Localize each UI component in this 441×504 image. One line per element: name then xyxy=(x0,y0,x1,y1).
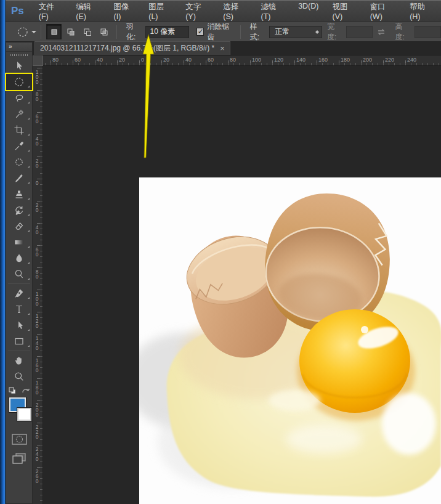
ruler-label: 8 0 xyxy=(34,269,40,279)
width-label: 宽度: xyxy=(327,22,343,43)
pen-tool-icon xyxy=(14,288,25,299)
panel-grip-handle[interactable] xyxy=(10,54,28,56)
selection-mode-group xyxy=(46,24,112,39)
style-value: 正常 xyxy=(275,26,315,37)
ruler-label: 20 xyxy=(119,57,125,63)
ruler-label: 2 4 0 xyxy=(34,447,40,461)
gradient-tool-icon xyxy=(14,237,25,248)
hand-tool[interactable] xyxy=(6,352,32,368)
eraser-tool-icon xyxy=(14,221,25,232)
quick-mask-button[interactable] xyxy=(12,434,27,445)
path-selection-tool-icon xyxy=(14,320,25,331)
vertical-ruler[interactable]: 1 0 08 06 04 02 002 04 06 08 01 0 01 2 0… xyxy=(33,66,43,504)
subtract-from-selection-button[interactable] xyxy=(79,24,95,39)
menu-select[interactable]: 选择(S) xyxy=(216,2,254,21)
crop-tool-icon xyxy=(14,124,25,136)
swap-colors-icon[interactable] xyxy=(21,386,31,395)
menu-image[interactable]: 图像(I) xyxy=(107,2,142,21)
screen-mode-button[interactable] xyxy=(12,452,26,465)
ruler-label: 1 4 0 xyxy=(34,336,40,351)
ruler-label: 1 0 0 xyxy=(34,70,40,84)
tool-preset-picker[interactable] xyxy=(17,26,36,38)
subtract-from-selection-icon xyxy=(83,27,92,37)
ruler-tick xyxy=(139,60,140,65)
ruler-tick xyxy=(37,445,42,445)
feather-input[interactable]: 10 像素 xyxy=(145,26,188,38)
ruler-tick xyxy=(37,134,42,135)
ruler-label: 4 0 xyxy=(34,136,40,146)
menu-type[interactable]: 文字(Y) xyxy=(179,2,216,21)
document-canvas[interactable] xyxy=(139,177,441,504)
document-tab-bar: 20140312111217174.jpg @ 66.7%(图层 1, RGB/… xyxy=(33,42,441,55)
background-color-swatch[interactable] xyxy=(17,408,31,421)
color-swatches xyxy=(6,396,32,429)
height-label: 高度: xyxy=(395,22,411,43)
elliptical-marquee-tool-icon xyxy=(14,76,25,87)
height-input[interactable] xyxy=(415,26,441,38)
lasso-tool[interactable] xyxy=(6,90,32,106)
ruler-label: 200 xyxy=(363,57,372,63)
ruler-tick xyxy=(37,90,42,91)
ruler-tick xyxy=(294,60,295,65)
menu-view[interactable]: 视图(V) xyxy=(325,2,363,21)
history-brush-tool-icon xyxy=(14,205,25,216)
swap-dimensions-button[interactable] xyxy=(376,28,386,36)
ruler-label: 2 0 xyxy=(34,203,40,213)
ruler-tick xyxy=(95,60,95,65)
horizontal-ruler[interactable]: 8060402002040608010012014016018020022024… xyxy=(33,55,441,66)
dodge-tool[interactable] xyxy=(6,266,32,282)
default-colors-icon[interactable] xyxy=(8,386,17,395)
ruler-label: 40 xyxy=(97,57,103,63)
blur-tool[interactable] xyxy=(6,250,32,266)
ruler-tick xyxy=(37,334,42,335)
ruler-label: 140 xyxy=(296,57,305,63)
clone-stamp-tool[interactable] xyxy=(6,186,32,202)
divider xyxy=(116,25,117,39)
rectangle-tool[interactable] xyxy=(6,333,32,349)
menu-file[interactable]: 文件(F) xyxy=(32,2,70,21)
menu-filter[interactable]: 滤镜(T) xyxy=(254,2,292,21)
add-to-selection-button[interactable] xyxy=(63,24,78,39)
magic-wand-tool[interactable] xyxy=(6,106,32,122)
ruler-tick xyxy=(37,223,42,224)
ruler-tick xyxy=(37,245,42,246)
close-tab-icon[interactable]: × xyxy=(220,46,225,52)
eyedropper-tool[interactable] xyxy=(6,138,32,154)
menu-window[interactable]: 窗口(W) xyxy=(363,2,403,21)
ruler-tick xyxy=(383,60,384,65)
ruler-origin-corner[interactable] xyxy=(33,55,43,66)
chevron-down-icon xyxy=(31,31,36,36)
menu-3d[interactable]: 3D(D) xyxy=(291,2,325,21)
eraser-tool[interactable] xyxy=(6,218,32,234)
ruler-label: 1 6 0 xyxy=(34,358,40,373)
ruler-tick xyxy=(161,60,162,65)
move-tool[interactable] xyxy=(6,58,32,74)
collapse-panel-button[interactable]: » xyxy=(6,43,32,52)
document-tab[interactable]: 20140312111217174.jpg @ 66.7%(图层 1, RGB/… xyxy=(34,41,230,55)
options-bar: 羽化: 10 像素 消除锯齿 样式: 正常 宽度: 高度: xyxy=(6,22,441,42)
healing-brush-tool[interactable] xyxy=(6,154,32,170)
crop-tool[interactable] xyxy=(6,122,32,138)
type-tool[interactable] xyxy=(6,301,32,317)
menu-edit[interactable]: 编辑(E) xyxy=(69,2,107,21)
menu-layer[interactable]: 图层(L) xyxy=(142,2,179,21)
history-brush-tool[interactable] xyxy=(6,202,32,218)
ruler-label: 80 xyxy=(52,57,59,63)
zoom-tool[interactable] xyxy=(6,368,32,384)
style-dropdown[interactable]: 正常 xyxy=(269,26,322,38)
ruler-label: 4 0 xyxy=(34,225,40,235)
width-input[interactable] xyxy=(346,26,373,38)
ruler-tick xyxy=(37,201,42,201)
menu-help[interactable]: 帮助(H) xyxy=(403,2,441,21)
elliptical-marquee-tool[interactable] xyxy=(6,74,32,90)
pen-tool[interactable] xyxy=(6,285,32,301)
path-selection-tool[interactable] xyxy=(6,317,32,333)
ps-logo: Ps xyxy=(6,5,32,17)
gradient-tool[interactable] xyxy=(6,234,32,250)
ruler-label: 60 xyxy=(75,57,81,63)
antialias-checkbox[interactable] xyxy=(196,28,204,36)
intersect-selection-button[interactable] xyxy=(96,24,111,39)
brush-tool[interactable] xyxy=(6,170,32,186)
new-selection-button[interactable] xyxy=(46,24,62,39)
ruler-label: 6 0 xyxy=(34,114,40,124)
